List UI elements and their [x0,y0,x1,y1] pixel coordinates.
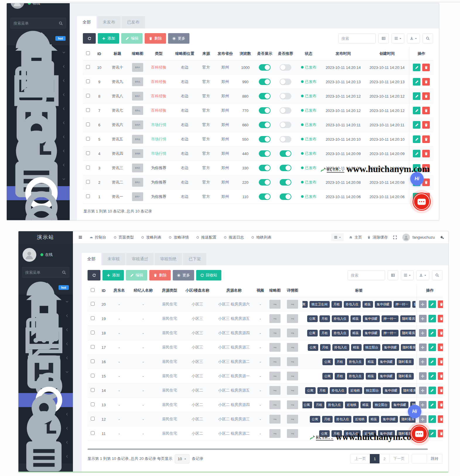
recommend-toggle[interactable] [280,64,291,71]
row-edit-button[interactable] [428,329,436,337]
row-edit-button[interactable] [413,135,420,143]
gears-icon[interactable] [440,235,444,239]
sidebar-item[interactable]: 分享管理 [7,214,70,220]
row-edit-button[interactable] [413,150,420,157]
row-checkbox[interactable] [91,331,95,334]
tab-未审核[interactable]: 未审核 [102,253,125,265]
row-checkbox[interactable] [86,151,90,155]
row-delete-button[interactable] [438,300,443,308]
row-delete-button[interactable] [438,387,443,394]
columns-button[interactable] [391,33,404,43]
export-button[interactable] [416,270,429,280]
row-edit-button[interactable] [428,415,436,423]
row-edit-button[interactable] [413,78,420,86]
show-toggle[interactable] [259,93,271,99]
row-delete-button[interactable] [438,315,443,322]
row-drag-button[interactable] [419,300,427,308]
tab-审核拒绝[interactable]: 审核拒绝 [155,253,182,265]
row-delete-button[interactable] [422,107,430,114]
row-checkbox[interactable] [91,359,95,363]
row-drag-button[interactable] [419,372,427,380]
tab-已发布[interactable]: 已发布 [122,16,145,28]
row-checkbox[interactable] [91,388,95,392]
row-checkbox[interactable] [86,65,90,69]
row-delete-button[interactable] [422,64,430,71]
row-edit-button[interactable] [413,121,420,129]
show-toggle[interactable] [259,64,271,71]
row-checkbox[interactable] [91,345,95,349]
show-toggle[interactable] [259,107,271,114]
row-delete-button[interactable] [422,150,430,157]
recommend-toggle[interactable] [280,150,291,157]
pagination-prev-button[interactable]: 上一页 [350,454,370,463]
row-checkbox[interactable] [86,166,90,169]
row-checkbox[interactable] [91,417,95,421]
row-checkbox[interactable] [86,180,90,184]
row-checkbox[interactable] [91,431,95,435]
add-button[interactable]: 添加 [98,33,119,44]
fullscreen-icon[interactable] [393,235,397,239]
tab-未发布[interactable]: 未发布 [97,16,121,28]
row-drag-button[interactable] [419,315,427,322]
row-checkbox[interactable] [91,316,95,320]
nav-link-推送日志[interactable]: 推送日志 [223,235,244,240]
customer-service-button[interactable] [413,193,431,211]
row-checkbox[interactable] [91,402,95,406]
pagination-next-button[interactable]: 下一页 [389,454,409,463]
clear-cache-link[interactable]: 清除缓存 [367,235,388,240]
table-search-input[interactable] [338,33,376,43]
row-delete-button[interactable] [438,401,443,409]
columns-button[interactable] [401,270,414,280]
show-toggle[interactable] [259,165,271,171]
pagination-page-1[interactable]: 1 [370,454,380,463]
delete-button[interactable]: 删除 [145,33,166,44]
pagination-jump-input[interactable] [412,454,427,463]
row-edit-button[interactable] [428,372,436,380]
row-edit-button[interactable] [428,344,436,351]
row-edit-button[interactable] [428,315,436,322]
site-brand[interactable]: 演示站 [18,231,73,244]
row-delete-button[interactable] [438,329,443,337]
home-link[interactable]: 主页 [349,235,362,240]
customer-service-button[interactable] [410,425,428,443]
search-submit-button[interactable] [423,33,433,43]
row-drag-button[interactable] [419,358,427,365]
pagination-page-2[interactable]: 2 [379,454,389,463]
row-checkbox[interactable] [86,194,90,198]
search-icon[interactable] [62,270,66,275]
tab-审核通过[interactable]: 审核通过 [126,253,154,265]
row-delete-button[interactable] [422,164,430,172]
select-all-checkbox[interactable] [91,288,95,292]
row-checkbox[interactable] [86,123,90,126]
row-edit-button[interactable] [413,64,420,71]
row-checkbox[interactable] [91,302,95,306]
recommend-toggle[interactable] [280,79,291,85]
nav-link-地铁列表[interactable]: 地铁列表 [251,235,271,240]
search-icon[interactable] [59,21,63,25]
pagination-jump-button[interactable]: 跳转 [427,454,442,463]
row-delete-button[interactable] [438,358,443,365]
add-button[interactable]: 添加 [102,270,124,280]
row-delete-button[interactable] [422,92,430,100]
row-drag-button[interactable] [419,344,427,351]
select-all-checkbox[interactable] [86,51,90,55]
row-edit-button[interactable] [428,401,436,409]
refresh-button[interactable] [83,33,96,44]
show-toggle[interactable] [259,122,271,128]
more-button[interactable]: 更多 [173,270,194,280]
hi-chat-button[interactable]: Hi [410,172,424,186]
nav-link-推送配置[interactable]: 推送配置 [196,235,216,240]
show-toggle[interactable] [259,136,271,142]
recommend-toggle[interactable] [280,165,291,171]
delete-button[interactable]: 删除 [149,270,171,280]
row-delete-button[interactable] [422,78,430,86]
recommend-toggle[interactable] [280,179,291,186]
row-drag-button[interactable] [419,329,427,337]
hamburger-icon[interactable] [78,235,83,239]
edit-button[interactable]: 编辑 [126,270,147,280]
row-delete-button[interactable] [422,135,430,143]
row-checkbox[interactable] [86,137,90,141]
table-search-input[interactable] [348,270,385,280]
recommend-toggle[interactable] [280,136,291,142]
row-delete-button[interactable] [438,415,443,423]
